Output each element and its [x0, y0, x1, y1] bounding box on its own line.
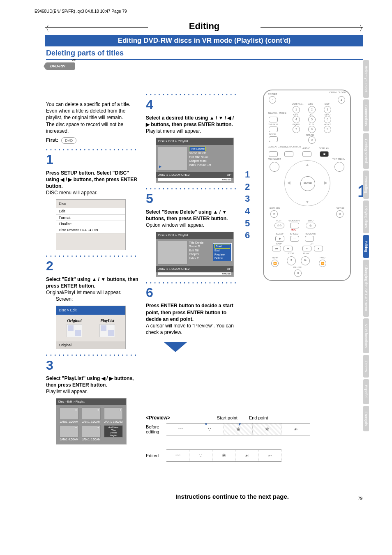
step-number: 5	[146, 190, 239, 207]
playlist-grid-screenshot: Disc > Edit > Playlist JAN/1 1:00AM JAN/…	[56, 398, 127, 444]
screen-label: Screen:	[56, 296, 139, 302]
step-number: 6	[146, 284, 239, 302]
side-tab: Español	[363, 379, 369, 404]
step-sub: Option window will appear.	[146, 222, 239, 228]
step-number: 1	[46, 151, 139, 168]
step-sub: Playlist menu will appear.	[146, 128, 239, 134]
setup-icon: ⚙	[336, 210, 344, 218]
pause-icon: ⏸	[294, 269, 302, 277]
page-title: Editing	[45, 21, 363, 32]
intro-text: Even when a title is deleted from the pl…	[46, 108, 139, 121]
step-number: 2	[46, 257, 139, 275]
edit-menu-screenshot: Disc > Edit Original PlayList Original	[56, 306, 126, 349]
print-header: E9460UD(EN/ SP/FR) .qx3 04.8.10 10:47 Pa…	[0, 0, 392, 14]
chevron-right-icon: 〉	[359, 23, 367, 33]
side-tab: Editing	[363, 235, 369, 258]
power-icon: ·	[269, 96, 276, 104]
arrow-left-icon: ◀	[287, 180, 291, 185]
page-number: 79	[358, 496, 362, 501]
section-underline	[46, 59, 363, 60]
intro-text: You can delete a specific part of a titl…	[46, 101, 139, 108]
enter-button: ENTER	[300, 176, 315, 191]
step-bold: Select a desired title using ▲ / ▼ / ◀ /…	[146, 115, 239, 128]
side-tabs: Before you startConnectionsGetting start…	[363, 60, 371, 433]
dvdrw-badge: DVD-RW VR	[46, 62, 75, 70]
step-sub: Playlist will appear.	[46, 388, 139, 395]
dvd-mode-icon: DVD	[61, 137, 76, 144]
step-number: 4	[146, 96, 239, 114]
dpad: ENTER ▲ ▼ ◀ ▶	[284, 160, 330, 206]
separator-dots: • • • • • • • • • • • • • • • • • • • • …	[46, 253, 139, 259]
dvd-button: ◎	[306, 223, 316, 228]
side-tab: Français	[363, 406, 369, 432]
display-button: ▣	[320, 151, 329, 157]
remote-illustration: POWER · OPEN/ CLOSE ▲ VCR Plus+ ABC DEF …	[263, 90, 351, 281]
preview-section: <Preview> Start pointEnd point ▼ ▼ Befor…	[146, 415, 310, 464]
side-tab: Playing discs	[363, 200, 369, 234]
title-menu-screenshot: Disc > Edit > Playlist ▶ Title Delete Sc…	[156, 138, 234, 183]
separator-dots: • • • • • • • • • • • • • • • • • • • • …	[146, 92, 239, 98]
step-bold: Press SETUP button. Select "DISC" using …	[46, 170, 139, 190]
intro-text: The disc space to record will not be inc…	[46, 121, 139, 134]
separator-dots: • • • • • • • • • • • • • • • • • • • • …	[146, 280, 239, 286]
side-tab: Others	[363, 355, 369, 378]
eject-icon: ▲	[338, 96, 345, 104]
title-banner: 〈 Editing 〉	[45, 21, 363, 33]
side-tab: Before you start	[363, 60, 369, 98]
arrow-up-icon: ▲	[305, 162, 309, 167]
skip-fwd-icon: ⏭	[284, 246, 293, 251]
side-tab: Getting started	[363, 133, 369, 169]
separator-dots: • • • • • • • • • • • • • • • • • • • • …	[146, 186, 239, 192]
side-tab: Connections	[363, 99, 369, 131]
rew-icon: ⏪	[271, 260, 279, 267]
step-sub: A cursor will move to "Preview". You can…	[146, 322, 239, 336]
step-sub: DISC menu will appear.	[46, 189, 139, 196]
step-sub: Original/PlayList menu will appear.	[46, 289, 139, 296]
skip-back-icon: ⏮	[272, 246, 281, 251]
separator-dots: • • • • • • • • • • • • • • • • • • • • …	[46, 352, 139, 358]
remote-step-numbers: 123 456	[245, 168, 250, 242]
arrow-down-icon	[164, 342, 187, 352]
side-tab: Changing the SETUP menu	[363, 260, 369, 317]
step-bold: Select "PlayList" using ◀ / ▶ buttons, t…	[46, 375, 139, 388]
disc-menu-screenshot: Disc Edit Format Finalize Disc Protect O…	[56, 199, 126, 250]
ch-up-icon: ▲	[314, 246, 323, 251]
fwd-icon: ⏩	[319, 260, 326, 267]
step-bold: Select "Scene Delete" using ▲ / ▼ button…	[146, 209, 239, 222]
stop-icon: ■	[287, 256, 296, 265]
section-title: Deleting parts of titles	[46, 49, 392, 58]
step-bold: Press ENTER button to decide a start poi…	[146, 302, 239, 322]
play-icon: ▶	[301, 256, 310, 265]
step-number: 3	[46, 357, 139, 374]
arrow-down-icon: ▼	[305, 200, 309, 204]
ch-down-icon: ▼	[302, 246, 311, 251]
first-label: First:	[46, 137, 58, 143]
arrow-right-icon: ▶	[324, 180, 327, 185]
separator-dots: • • • • • • • • • • • • • • • • • • • • …	[46, 147, 139, 153]
side-tab: VCR functions	[363, 318, 369, 354]
side-tab: Recording	[363, 170, 369, 199]
step-bold: Select "Edit" using ▲ / ▼ buttons, then …	[46, 276, 139, 289]
vcr-button: ⊙⊙	[274, 223, 284, 228]
continue-text: Instructions continue to the next page.	[146, 493, 318, 500]
scene-delete-screenshot: Disc > Edit > Playlist Title Delete Scen…	[156, 232, 234, 277]
return-icon: ↺	[270, 210, 278, 218]
subtitle-bar: Editing DVD-RW discs in VR mode (Playlis…	[45, 35, 363, 46]
